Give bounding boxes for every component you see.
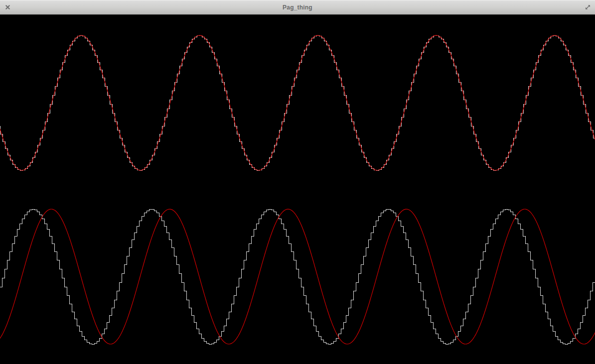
close-icon — [5, 4, 10, 10]
app-window: Pag_thing — [0, 0, 595, 364]
waveform-display — [0, 15, 595, 364]
bottom-wave-sampled-staircase — [0, 210, 595, 345]
close-button[interactable] — [0, 0, 15, 14]
expand-icon — [585, 4, 591, 10]
titlebar[interactable]: Pag_thing — [0, 0, 595, 15]
waveform-canvas — [0, 15, 595, 364]
top-wave-analog-sine — [0, 35, 595, 170]
maximize-button[interactable] — [580, 0, 595, 14]
top-wave-sampled-staircase — [0, 36, 595, 171]
window-title: Pag_thing — [283, 4, 312, 11]
bottom-wave-analog-sine — [0, 209, 595, 344]
